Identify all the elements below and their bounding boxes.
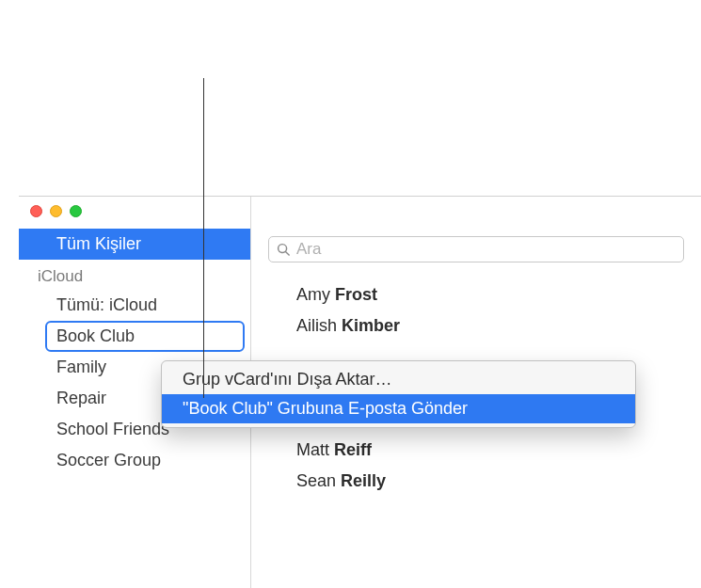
window-controls bbox=[30, 205, 82, 217]
contact-row[interactable]: Ailish Kimber bbox=[296, 310, 701, 342]
contact-row[interactable]: Amy Frost bbox=[296, 279, 701, 310]
callout-line bbox=[203, 78, 204, 398]
contact-row[interactable]: Sean Reilly bbox=[296, 466, 701, 497]
sidebar-group-book-club[interactable]: Book Club bbox=[19, 321, 250, 352]
sidebar-group-soccer[interactable]: Soccer Group bbox=[19, 445, 250, 476]
menu-item-export-vcard[interactable]: Grup vCard'ını Dışa Aktar… bbox=[162, 365, 635, 394]
search-input[interactable] bbox=[296, 240, 676, 259]
sidebar-account-header: iCloud bbox=[19, 260, 250, 290]
sidebar-group-all-icloud[interactable]: Tümü: iCloud bbox=[19, 290, 250, 321]
search-icon bbox=[277, 243, 291, 257]
maximize-button[interactable] bbox=[70, 205, 82, 217]
menu-item-email-group[interactable]: "Book Club" Grubuna E-posta Gönder bbox=[162, 394, 635, 423]
contact-row[interactable]: Matt Reiff bbox=[296, 435, 701, 466]
minimize-button[interactable] bbox=[50, 205, 62, 217]
context-menu: Grup vCard'ını Dışa Aktar… "Book Club" G… bbox=[161, 360, 636, 428]
close-button[interactable] bbox=[30, 205, 42, 217]
search-field[interactable] bbox=[268, 236, 684, 262]
sidebar-all-contacts[interactable]: Tüm Kişiler bbox=[19, 229, 250, 260]
